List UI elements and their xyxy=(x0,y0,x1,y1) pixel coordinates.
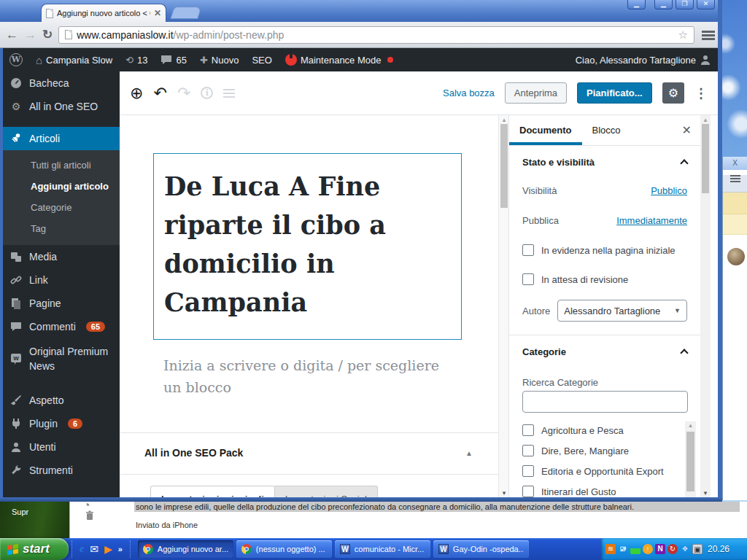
tray-safely-remove-icon[interactable]: ❖ xyxy=(680,544,690,554)
updates-menu[interactable]: ⟲ 13 xyxy=(119,48,154,71)
tray-update-icon[interactable]: ↑ xyxy=(643,544,653,554)
tab-impostazioni-principali[interactable]: Impostazioni principali xyxy=(150,486,275,497)
reload-icon[interactable]: ↻ xyxy=(42,28,53,41)
browser-menu-icon[interactable] xyxy=(700,29,716,41)
category-checkbox[interactable] xyxy=(522,486,534,497)
background-window-close-icon[interactable]: X xyxy=(723,157,747,170)
category-list-scrollbar[interactable]: ▴ xyxy=(685,421,696,497)
category-checkbox[interactable] xyxy=(522,465,534,477)
sidebar-item-plugin[interactable]: Plugin 6 xyxy=(3,412,120,435)
sidebar-item-articoli[interactable]: Articoli xyxy=(3,127,120,150)
publish-date-link[interactable]: Immediatamente xyxy=(616,215,687,226)
maintenance-menu[interactable]: Maintenance Mode xyxy=(279,48,400,71)
submenu-tag[interactable]: Tag xyxy=(3,218,120,239)
sidebar-item-all-in-one-seo[interactable]: ⚙ All in One SEO xyxy=(3,95,120,118)
tray-window-icon[interactable]: ▣ xyxy=(692,544,703,554)
new-tab-button[interactable] xyxy=(170,7,202,19)
new-content-menu[interactable]: ✚ Nuovo xyxy=(193,48,245,71)
save-draft-button[interactable]: Salva bozza xyxy=(443,88,495,98)
trash-icon[interactable] xyxy=(85,510,95,521)
submenu-aggiungi-articolo[interactable]: Aggiungi articolo xyxy=(3,176,120,197)
list-view-icon[interactable] xyxy=(223,89,235,98)
email-window[interactable]: ◔ sono le imprese edili, quelle della pr… xyxy=(69,502,747,538)
browser-tab[interactable]: Aggiungi nuovo articolo < Cam ✕ xyxy=(41,4,166,22)
bookmark-star-icon[interactable]: ☆ xyxy=(678,28,688,42)
sidebar-item-media[interactable]: Media xyxy=(3,245,120,268)
scroll-down-icon[interactable]: ▾ xyxy=(499,489,509,497)
start-button[interactable]: start xyxy=(0,538,69,560)
block-inserter-icon[interactable]: ⊕ xyxy=(130,85,143,101)
taskbar-button-comunicato[interactable]: W comunicato - Micr... xyxy=(335,540,430,558)
tray-onenote-icon[interactable]: N xyxy=(655,544,665,554)
info-icon[interactable]: i xyxy=(201,87,213,99)
body-placeholder[interactable]: Inizia a scrivere o digita / per sceglie… xyxy=(163,354,448,398)
wp-logo-menu[interactable]: W xyxy=(3,48,29,71)
scroll-up-icon[interactable]: ▴ xyxy=(700,116,711,123)
submenu-categorie[interactable]: Categorie xyxy=(3,197,120,218)
category-checkbox[interactable] xyxy=(522,445,534,456)
sidebar-item-pagine[interactable]: Pagine xyxy=(3,292,120,315)
media-player-icon[interactable]: ▶ xyxy=(104,544,112,554)
search-categories-input[interactable] xyxy=(522,391,688,413)
tab-blocco[interactable]: Blocco xyxy=(582,115,631,145)
submenu-tutti-gli-articoli[interactable]: Tutti gli articoli xyxy=(3,155,120,176)
settings-gear-button[interactable]: ⚙ xyxy=(662,82,684,104)
publish-button[interactable]: Pianificato... xyxy=(577,82,652,104)
quick-launch-more-icon[interactable]: » xyxy=(118,545,123,553)
taskbar-button-aggiungi-nuovo[interactable]: Aggiungi nuovo ar... xyxy=(138,540,233,558)
tab-documento[interactable]: Documento xyxy=(509,115,582,145)
tray-sync-icon[interactable]: ↻ xyxy=(667,544,678,554)
undo-icon[interactable]: ↶ xyxy=(153,85,166,101)
category-item[interactable]: Editoria e Opportunità Export xyxy=(522,461,696,481)
sidebar-item-bacheca[interactable]: Bacheca xyxy=(3,71,120,95)
forward-icon[interactable]: → xyxy=(24,28,36,41)
comments-menu[interactable]: 65 xyxy=(154,48,193,71)
url-bar[interactable]: www.campaniaslow.it/wp-admin/post-new.ph… xyxy=(58,26,694,44)
background-window[interactable]: X xyxy=(722,157,747,500)
category-item[interactable]: Agricoltura e Pesca xyxy=(522,420,696,440)
tray-java-icon[interactable]: ≋ xyxy=(605,544,616,554)
site-menu[interactable]: ⌂ Campania Slow xyxy=(29,48,119,71)
tray-signal-icon[interactable] xyxy=(630,544,640,554)
tray-network-icon[interactable]: 🖳 xyxy=(618,544,628,554)
sidebar-item-link[interactable]: Link xyxy=(3,268,120,292)
internet-explorer-icon[interactable]: e xyxy=(80,544,84,554)
editor-canvas[interactable]: De Luca A Fine riparte il cibo a domicil… xyxy=(120,115,498,497)
back-icon[interactable]: ← xyxy=(6,28,18,41)
panel-scrollbar[interactable]: ▴ ▾ xyxy=(700,115,711,497)
collapse-arrow-icon[interactable]: ▲ xyxy=(465,449,473,457)
scroll-up-icon[interactable]: ▴ xyxy=(499,116,509,123)
preview-button[interactable]: Anteprima xyxy=(505,82,567,104)
category-item[interactable]: Dire, Bere, Mangiare xyxy=(522,440,696,461)
post-title-block[interactable]: De Luca A Fine riparte il cibo a domicil… xyxy=(153,153,462,340)
editor-scrollbar[interactable]: ▴ ▾ xyxy=(498,115,508,497)
mail-icon[interactable]: ✉ xyxy=(90,544,98,554)
desktop-icon-label[interactable]: Supr xyxy=(12,508,28,516)
minimize-window-icon[interactable]: ▁ xyxy=(627,0,646,9)
visibility-link[interactable]: Pubblico xyxy=(651,185,687,196)
maximize-icon[interactable]: ❐ xyxy=(676,0,694,9)
minimize-icon[interactable]: ▁ xyxy=(654,0,673,9)
account-menu[interactable]: Ciao, Alessandro Tartaglione xyxy=(569,48,718,71)
chevron-up-icon[interactable] xyxy=(680,349,688,357)
taskbar-button-nessun-oggetto[interactable]: (nessun oggetto) ... xyxy=(236,540,332,558)
scroll-up-icon[interactable]: ▴ xyxy=(685,421,696,429)
tab-impostazioni-social[interactable]: Impostazioni Social xyxy=(275,486,378,497)
tab-close-icon[interactable]: ✕ xyxy=(154,9,161,18)
seo-menu[interactable]: SEO xyxy=(245,48,278,71)
close-icon[interactable]: ✕ xyxy=(697,0,715,9)
taskbar-button-gay-odin[interactable]: W Gay-Odin -ospeda... xyxy=(433,540,529,558)
scrollbar-thumb[interactable] xyxy=(500,124,508,208)
sidebar-item-commenti[interactable]: Commenti 65 xyxy=(3,315,120,338)
scroll-down-icon[interactable]: ▾ xyxy=(700,489,711,497)
chevron-up-icon[interactable] xyxy=(680,159,688,167)
category-checkbox[interactable] xyxy=(522,424,534,436)
more-options-kebab-icon[interactable]: ⋮ xyxy=(694,85,708,101)
browser-titlebar[interactable]: Aggiungi nuovo articolo < Cam ✕ ▁ ▁ ❐ ✕ xyxy=(0,0,722,22)
pending-checkbox[interactable] xyxy=(522,273,534,285)
sidebar-item-utenti[interactable]: Utenti xyxy=(3,435,120,459)
featured-checkbox-label[interactable]: In evidenza nella pagina iniziale xyxy=(541,245,676,256)
close-panel-icon[interactable]: ✕ xyxy=(682,123,692,137)
scrollbar-thumb[interactable] xyxy=(702,124,709,193)
pending-checkbox-label[interactable]: In attesa di revisione xyxy=(541,274,628,285)
